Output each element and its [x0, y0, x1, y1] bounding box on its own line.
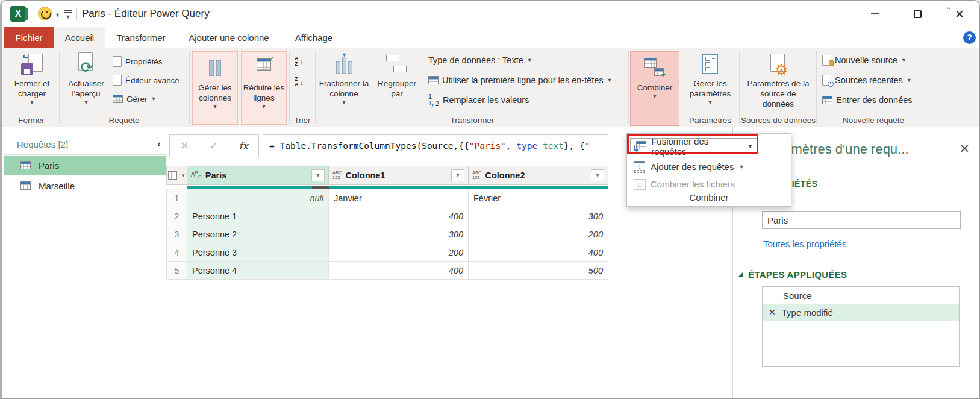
- query-name: Marseille: [39, 181, 75, 191]
- type-any-icon: ABC123: [332, 171, 342, 181]
- dropdown-caret: ▼: [901, 57, 907, 63]
- window-title: Paris - Éditeur Power Query: [82, 8, 210, 20]
- quality-bar-colonne2: [469, 186, 608, 189]
- minimize-button[interactable]: [863, 5, 887, 22]
- column-header-colonne2[interactable]: ABC123 Colonne2 ▼: [469, 166, 608, 185]
- collapse-ribbon-icon[interactable]: ⌃: [945, 7, 952, 14]
- table-icon: [20, 161, 31, 169]
- remplacer-les-valeurs-button[interactable]: 1↳2 Remplacer les valeurs: [428, 92, 613, 108]
- maximize-button[interactable]: [905, 5, 929, 22]
- reduire-les-lignes-button[interactable]: ✓ Réduire les lignes ▼: [241, 51, 287, 125]
- cell-colonne1[interactable]: 400: [329, 262, 469, 280]
- reduce-rows-icon: ✓: [255, 57, 273, 80]
- cell-colonne2[interactable]: 400: [469, 243, 608, 262]
- cell-paris[interactable]: Personne 1: [187, 207, 329, 225]
- close-and-load-icon: ↪: [21, 52, 43, 75]
- tab-accueil[interactable]: Accueil: [54, 27, 105, 48]
- cell-colonne2[interactable]: 300: [469, 207, 608, 225]
- column-header-colonne1[interactable]: ABC123 Colonne1 ▼: [329, 166, 469, 185]
- tab-fichier[interactable]: Fichier: [4, 27, 54, 48]
- tab-transformer[interactable]: Transformer: [114, 27, 168, 48]
- quality-bar-paris: [187, 186, 329, 189]
- gerer-button[interactable]: Gérer ▼: [113, 91, 179, 107]
- sources-recentes-label: Sources récentes: [835, 75, 903, 85]
- quick-access-toolbar-icon[interactable]: ▼: [63, 8, 73, 20]
- actualiser-apercu-button[interactable]: ⟳ Actualiser l'aperçu ▼: [62, 52, 110, 106]
- smiley-dropdown-caret[interactable]: ▼: [55, 12, 60, 18]
- formula-text: [537, 141, 543, 151]
- parametres-source-donnees-button[interactable]: ⚙ Paramètres de la source de données: [744, 52, 813, 110]
- group-label-transformer: Transformer: [316, 116, 628, 125]
- nouvelle-source-button[interactable]: Nouvelle source ▼: [822, 52, 913, 68]
- data-source-settings-icon: ⚙: [768, 52, 788, 75]
- cell-colonne1[interactable]: 200: [329, 243, 469, 262]
- cell-paris[interactable]: null: [187, 189, 329, 207]
- regrouper-par-button[interactable]: Regrouper par: [372, 52, 422, 99]
- cell-paris[interactable]: Personne 3: [187, 243, 329, 262]
- proprietes-button[interactable]: Propriétés: [113, 54, 179, 69]
- cell-paris[interactable]: Personne 4: [187, 262, 329, 280]
- sources-recentes-button[interactable]: Sources récentes ▼: [822, 72, 913, 88]
- editeur-avance-button[interactable]: Éditeur avancé: [113, 72, 179, 88]
- all-properties-link[interactable]: Toutes les propriétés: [763, 239, 846, 249]
- premiere-ligne-entetes-button[interactable]: Utiliser la première ligne pour les en-t…: [428, 72, 613, 88]
- delete-step-icon[interactable]: ✕: [769, 307, 776, 317]
- menu-item-ajouter-des-requetes[interactable]: ↕ Ajouter des requêtes ▼: [630, 159, 744, 175]
- table-row: 2 Personne 1 400 300: [166, 207, 608, 225]
- fractionner-la-colonne-button[interactable]: ▼ Fractionner la colonne ▼: [319, 52, 369, 106]
- query-item-marseille[interactable]: Marseille: [4, 176, 166, 195]
- menu-item-combiner-les-fichiers: ↓↓ Combiner les fichiers: [630, 176, 735, 192]
- queries-count-label: Requêtes [2]: [17, 139, 68, 149]
- gerer-les-colonnes-button[interactable]: Gérer les colonnes ▼: [192, 51, 238, 125]
- sort-ascending-button[interactable]: AZ↓: [295, 55, 304, 68]
- cell-colonne1[interactable]: Janvier: [329, 189, 469, 207]
- titlebar-divider: [76, 8, 77, 20]
- ribbon: ↪ Fermer et charger ▼ Fermer ⟳ Actualise…: [2, 48, 979, 127]
- filter-dropdown-colonne2[interactable]: ▼: [591, 169, 604, 181]
- entrer-des-donnees-button[interactable]: Entrer des données: [822, 92, 913, 108]
- query-item-paris[interactable]: Paris: [4, 156, 166, 175]
- applied-steps-header[interactable]: ÉTAPES APPLIQUÉES: [738, 269, 847, 280]
- commit-formula-icon[interactable]: ✓: [210, 139, 219, 152]
- tab-affichage[interactable]: Affichage: [290, 27, 338, 48]
- query-name-input[interactable]: [762, 211, 961, 229]
- expand-triangle-icon: [738, 272, 743, 277]
- cancel-formula-icon[interactable]: ✕: [180, 139, 189, 152]
- cell-colonne2[interactable]: 500: [469, 262, 608, 280]
- formula-input[interactable]: = Table.TransformColumnTypes(Source,{{"P…: [263, 134, 608, 157]
- fx-icon[interactable]: fx: [239, 140, 248, 152]
- gerer-les-parametres-button[interactable]: Gérer les paramètres ▼: [685, 52, 735, 106]
- group-label-requete: Requête: [60, 116, 189, 125]
- power-query-window: X ▼ ▼ Paris - Éditeur Power Query ✕ Fich…: [0, 0, 980, 399]
- collapse-panel-icon[interactable]: ‹: [157, 138, 161, 150]
- type-de-donnees-button[interactable]: Type de données : Texte ▼: [428, 52, 613, 68]
- enter-data-icon: [822, 96, 832, 104]
- help-icon[interactable]: ?: [963, 31, 976, 44]
- combiner-button[interactable]: + Combiner ▼: [630, 51, 679, 126]
- cell-colonne1[interactable]: 300: [329, 225, 469, 243]
- step-type-modifie[interactable]: ✕ Type modifié: [763, 304, 959, 321]
- cell-paris[interactable]: Personne 2: [187, 225, 329, 243]
- column-name: Paris: [205, 171, 308, 180]
- cell-colonne2[interactable]: Février: [469, 189, 608, 207]
- select-all-corner[interactable]: ▼: [166, 166, 187, 185]
- fermer-et-charger-button[interactable]: ↪ Fermer et charger ▼: [9, 52, 55, 106]
- first-row-headers-icon: [428, 76, 439, 84]
- cell-colonne2[interactable]: 200: [469, 225, 608, 243]
- formula-string: "Paris": [469, 141, 506, 151]
- nouvelle-source-label: Nouvelle source: [835, 55, 897, 65]
- filter-dropdown-paris[interactable]: ▼: [311, 169, 325, 181]
- group-by-icon: [386, 52, 408, 75]
- step-source[interactable]: Source: [763, 287, 959, 304]
- close-panel-icon[interactable]: ✕: [959, 142, 970, 156]
- cell-colonne1[interactable]: 400: [329, 207, 469, 225]
- group-combiner: + Combiner ▼: [629, 48, 681, 127]
- annotation-highlight-box: [627, 134, 758, 154]
- column-header-paris[interactable]: ABC Paris ▼: [187, 166, 329, 185]
- gerer-label: Gérer: [126, 95, 148, 104]
- sort-descending-button[interactable]: ZA↓: [295, 75, 304, 89]
- dropdown-caret: ▼: [607, 77, 613, 83]
- tab-ajouter-une-colonne[interactable]: Ajouter une colonne: [185, 27, 273, 48]
- filter-dropdown-colonne1[interactable]: ▼: [451, 169, 464, 181]
- feedback-smiley-icon[interactable]: [38, 7, 52, 20]
